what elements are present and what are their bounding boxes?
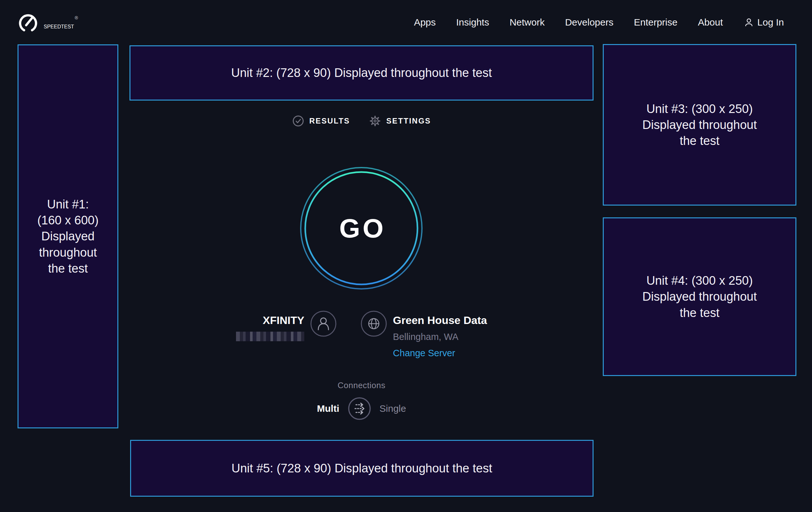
isp-name: XFINITY <box>236 314 304 327</box>
connections-multi-option[interactable]: Multi <box>317 403 339 414</box>
isp-details-redacted <box>236 332 304 341</box>
go-label: GO <box>297 164 425 292</box>
host-info-row: XFINITY Green House Data Bellingham, WA … <box>129 310 593 358</box>
tab-results-label: RESULTS <box>309 116 350 126</box>
nav-item-network[interactable]: Network <box>510 17 545 28</box>
tab-settings-label: SETTINGS <box>386 116 431 126</box>
server-location: Bellingham, WA <box>393 332 487 342</box>
server-block: Green House Data Bellingham, WA Change S… <box>360 310 487 358</box>
ad-unit-4-line: the test <box>679 305 720 321</box>
ad-unit-4-line: Unit #4: (300 x 250) <box>646 273 753 289</box>
globe-icon <box>360 310 387 337</box>
ad-unit-4[interactable]: Unit #4: (300 x 250) Displayed throughou… <box>603 217 796 376</box>
login-label: Log In <box>757 17 784 28</box>
tab-bar: RESULTS SETTINGS <box>129 115 593 127</box>
ad-unit-3[interactable]: Unit #3: (300 x 250) Displayed throughou… <box>603 44 796 206</box>
connections-label: Connections <box>129 380 593 390</box>
gear-icon <box>369 115 381 127</box>
nav-item-developers[interactable]: Developers <box>565 17 614 28</box>
login-button[interactable]: Log In <box>744 17 784 28</box>
go-button[interactable]: GO <box>297 164 425 292</box>
person-login-icon <box>744 17 754 28</box>
nav-item-enterprise[interactable]: Enterprise <box>634 17 677 28</box>
ad-unit-1[interactable]: Unit #1: (160 x 600) Displayed throughou… <box>18 44 118 428</box>
connections-section: Connections Multi Single <box>129 380 593 421</box>
ad-unit-1-line: Displayed <box>41 228 95 244</box>
connections-single-option[interactable]: Single <box>379 403 406 414</box>
speedtest-logo[interactable]: SPEEDTEST® <box>18 12 78 33</box>
check-circle-icon <box>292 115 304 127</box>
ad-unit-2-text: Unit #2: (728 x 90) Displayed throughout… <box>231 65 492 81</box>
ad-unit-2[interactable]: Unit #2: (728 x 90) Displayed throughout… <box>129 45 593 101</box>
top-nav: SPEEDTEST® Apps Insights Network Develop… <box>0 0 812 45</box>
ad-unit-1-line: the test <box>48 261 88 276</box>
multi-connection-toggle-icon[interactable] <box>348 397 371 421</box>
logo-trademark: ® <box>75 15 78 21</box>
ad-unit-5[interactable]: Unit #5: (728 x 90) Displayed throughout… <box>130 440 593 497</box>
ad-unit-1-line: Unit #1: <box>47 196 89 212</box>
ad-unit-5-text: Unit #5: (728 x 90) Displayed throughout… <box>232 460 492 476</box>
ad-unit-4-line: Displayed throughout <box>642 289 757 304</box>
nav-item-apps[interactable]: Apps <box>414 17 436 28</box>
gauge-icon <box>18 12 38 33</box>
nav-item-insights[interactable]: Insights <box>456 17 489 28</box>
logo-text: SPEEDTEST® <box>44 15 78 30</box>
person-icon <box>310 310 337 337</box>
tab-results[interactable]: RESULTS <box>292 115 350 127</box>
ad-unit-1-line: throughout <box>39 244 97 261</box>
server-name: Green House Data <box>393 314 487 327</box>
ad-unit-3-line: Displayed throughout <box>642 117 757 133</box>
nav-items: Apps Insights Network Developers Enterpr… <box>414 17 784 28</box>
connections-toggle-row: Multi Single <box>317 397 406 421</box>
ad-unit-3-line: Unit #3: (300 x 250) <box>646 101 753 117</box>
isp-block: XFINITY <box>236 310 337 341</box>
ad-unit-1-line: (160 x 600) <box>37 212 98 228</box>
ad-unit-3-line: the test <box>679 133 720 149</box>
tab-settings[interactable]: SETTINGS <box>369 115 431 127</box>
nav-item-about[interactable]: About <box>698 17 723 28</box>
change-server-link[interactable]: Change Server <box>393 348 487 358</box>
